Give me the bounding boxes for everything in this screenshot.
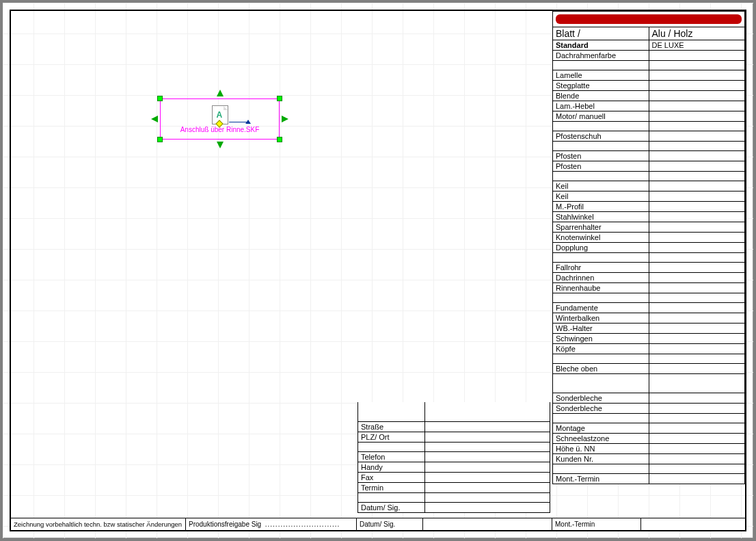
contact-label: Fax: [358, 472, 425, 482]
tb-row-value[interactable]: [649, 101, 745, 111]
tb-row-label: Motor/ manuell: [553, 111, 649, 122]
tb-row-label: Schneelastzone: [553, 434, 649, 444]
contact-value[interactable]: [425, 462, 550, 472]
tb-row-value[interactable]: [649, 404, 745, 414]
tb-row-value[interactable]: [649, 192, 745, 202]
redacted-header: [553, 12, 745, 27]
tb-row-label: Stahlwinkel: [553, 212, 649, 222]
tb-row-label: Dopplung: [553, 243, 649, 253]
tb-row-value[interactable]: [649, 161, 745, 172]
tb-row-value[interactable]: [649, 181, 745, 192]
move-arrow-right[interactable]: [282, 116, 288, 122]
tb-row-label: Fundamente: [553, 303, 649, 313]
tb-row-label: Dachrinnen: [553, 273, 649, 283]
tb-row-label: Stegplatte: [553, 81, 649, 91]
tb-row-label: Sparrenhalter: [553, 222, 649, 233]
footer-mont-value: [641, 518, 745, 530]
tb-row-value[interactable]: [649, 111, 745, 122]
tb-row-value[interactable]: [649, 233, 745, 243]
tb-row-label: Sonderbleche: [553, 404, 649, 414]
contact-label: Datum/ Sig.: [358, 502, 425, 512]
tb-row-label: Knotenwinkel: [553, 233, 649, 243]
tb-row-label: Blende: [553, 91, 649, 101]
tb-row-label: Höhe ü. NN: [553, 444, 649, 454]
tb-row-value[interactable]: [649, 283, 745, 293]
header-blatt: Blatt /: [553, 27, 649, 40]
contact-value[interactable]: [425, 472, 550, 482]
contact-value[interactable]: [425, 421, 550, 432]
contact-value[interactable]: [425, 502, 550, 512]
move-arrow-left[interactable]: [151, 116, 158, 122]
tb-row-label: Sonderbleche: [553, 393, 649, 404]
tb-row-label: M.-Profil: [553, 202, 649, 212]
tb-row-label: Rinnenhaube: [553, 283, 649, 293]
tb-row-value[interactable]: [649, 243, 745, 253]
tb-row-value[interactable]: [649, 273, 745, 283]
move-arrow-down[interactable]: [217, 142, 224, 148]
footer-spacer: [423, 518, 552, 530]
tb-row-value[interactable]: [649, 444, 745, 454]
tb-row-label: Winterbalken: [553, 313, 649, 324]
tb-row-value[interactable]: [649, 313, 745, 324]
tb-row-label: Keil: [553, 192, 649, 202]
tb-row-value[interactable]: [649, 212, 745, 222]
reference-arrow: [229, 122, 249, 122]
drawing-page: Anschluß über Rinne.SKF Blatt / Alu / Ho…: [3, 3, 753, 538]
contact-block: StraßePLZ/ OrtTelefonHandyFaxTerminDatum…: [357, 402, 550, 513]
tb-row-value[interactable]: [649, 334, 745, 344]
tb-row-value[interactable]: [649, 202, 745, 212]
footer-strip: Zeichnung vorbehaltlich techn. bzw stati…: [11, 518, 745, 530]
tb-row-label: Schwingen: [553, 334, 649, 344]
tb-row-label: Montage: [553, 423, 649, 434]
tb-row-label: Keil: [553, 181, 649, 192]
footer-mont-label: Mont.-Termin: [552, 518, 641, 530]
footer-datum-label: Datum/ Sig.: [357, 518, 423, 530]
tb-row-label: Lam.-Hebel: [553, 101, 649, 111]
contact-label: Termin: [358, 482, 425, 492]
contact-value[interactable]: [425, 451, 550, 462]
title-block: Blatt / Alu / Holz Standard DE LUXE Dach…: [552, 11, 745, 484]
contact-label: PLZ/ Ort: [358, 432, 425, 442]
tb-row-value[interactable]: [649, 51, 745, 61]
tb-row-label: Fallrohr: [553, 263, 649, 273]
sub-deluxe: DE LUXE: [649, 40, 745, 51]
tb-row-label: Pfosten: [553, 161, 649, 172]
tb-row-value[interactable]: [649, 434, 745, 444]
footer-disclaimer: Zeichnung vorbehaltlich techn. bzw stati…: [11, 518, 186, 530]
contact-value[interactable]: [425, 482, 550, 492]
tb-row-value[interactable]: [649, 474, 745, 484]
selected-object[interactable]: Anschluß über Rinne.SKF: [160, 98, 280, 140]
tb-row-label: Pfostenschuh: [553, 131, 649, 142]
contact-value[interactable]: [425, 432, 550, 442]
tb-row-label: WB.-Halter: [553, 324, 649, 334]
contact-label: Straße: [358, 421, 425, 432]
contact-label: Telefon: [358, 451, 425, 462]
move-arrow-up[interactable]: [217, 90, 224, 96]
tb-row-value[interactable]: [649, 81, 745, 91]
tb-row-value[interactable]: [649, 324, 745, 334]
tb-row-label: Kunden Nr.: [553, 454, 649, 464]
tb-row-value[interactable]: [649, 423, 745, 434]
tb-row-value[interactable]: [649, 344, 745, 354]
tb-row-value[interactable]: [649, 91, 745, 101]
tb-row-label: Lamelle: [553, 70, 649, 81]
tb-row-value[interactable]: [649, 454, 745, 464]
object-content: Anschluß über Rinne.SKF: [161, 99, 279, 139]
tb-row-value[interactable]: [649, 393, 745, 404]
tb-row-value[interactable]: [649, 131, 745, 142]
tb-row-value[interactable]: [649, 151, 745, 161]
contact-label: Handy: [358, 462, 425, 472]
tb-row-label: Dachrahmenfarbe: [553, 51, 649, 61]
tb-row-label: Pfosten: [553, 151, 649, 161]
tb-row-value[interactable]: [649, 364, 745, 374]
tb-row-value[interactable]: [649, 303, 745, 313]
tb-row-value[interactable]: [649, 263, 745, 273]
tb-row-label: Bleche oben: [553, 364, 649, 374]
header-aluholz: Alu / Holz: [649, 27, 745, 40]
tb-row-value[interactable]: [649, 70, 745, 81]
tb-row-value[interactable]: [649, 222, 745, 233]
footer-prod: Produktionsfreigabe Sig ................…: [186, 518, 357, 530]
tb-row-label: Köpfe: [553, 344, 649, 354]
sub-standard: Standard: [553, 40, 649, 51]
tb-row-label: Mont.-Termin: [553, 474, 649, 484]
